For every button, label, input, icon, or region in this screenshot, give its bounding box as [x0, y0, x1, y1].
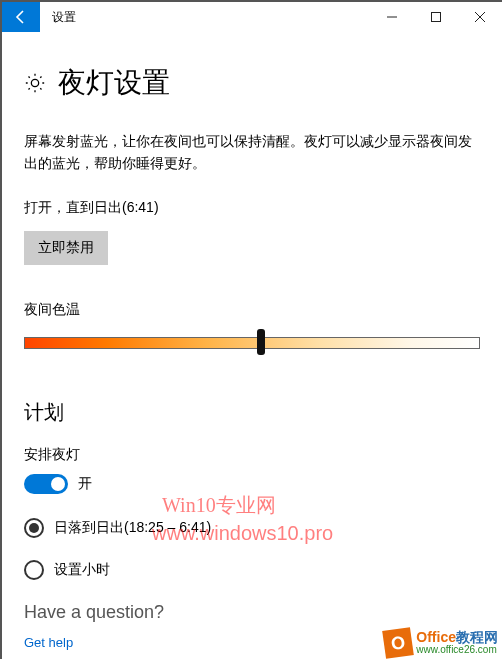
radio-label: 设置小时	[54, 561, 110, 579]
radio-icon	[24, 518, 44, 538]
toggle-knob	[51, 477, 65, 491]
slider-track	[24, 337, 480, 349]
content-area: 夜灯设置 屏幕发射蓝光，让你在夜间也可以保持清醒。夜灯可以减少显示器夜间发出的蓝…	[2, 32, 502, 651]
close-button[interactable]	[458, 2, 502, 32]
minimize-button[interactable]	[370, 2, 414, 32]
help-heading: Have a question?	[24, 602, 480, 623]
status-text: 打开，直到日出(6:41)	[24, 199, 480, 217]
back-button[interactable]	[2, 2, 40, 32]
slider-thumb[interactable]	[257, 329, 265, 355]
corner-brand-line1: Office教程网	[416, 630, 498, 645]
toggle-state-label: 开	[78, 475, 92, 493]
maximize-button[interactable]	[414, 2, 458, 32]
schedule-heading: 计划	[24, 399, 480, 426]
radio-icon	[24, 560, 44, 580]
corner-badge-icon: O	[383, 627, 415, 659]
corner-brand-url: www.office26.com	[416, 645, 498, 656]
titlebar: 设置	[2, 2, 502, 32]
schedule-toggle[interactable]	[24, 474, 68, 494]
color-temp-slider[interactable]	[24, 329, 480, 355]
disable-now-button[interactable]: 立即禁用	[24, 231, 108, 265]
gear-icon	[24, 72, 46, 94]
radio-label: 日落到日出(18:25 – 6:41)	[54, 519, 211, 537]
corner-branding: O Office教程网 www.office26.com	[384, 629, 498, 657]
window-title: 设置	[40, 2, 88, 32]
description-text: 屏幕发射蓝光，让你在夜间也可以保持清醒。夜灯可以减少显示器夜间发出的蓝光，帮助你…	[24, 130, 480, 175]
color-temp-label: 夜间色温	[24, 301, 480, 319]
svg-rect-1	[432, 13, 441, 22]
get-help-link[interactable]: Get help	[24, 635, 73, 650]
radio-set-hours[interactable]: 设置小时	[24, 560, 480, 580]
schedule-label: 安排夜灯	[24, 446, 480, 464]
page-heading: 夜灯设置	[58, 64, 170, 102]
radio-sunset-to-sunrise[interactable]: 日落到日出(18:25 – 6:41)	[24, 518, 480, 538]
